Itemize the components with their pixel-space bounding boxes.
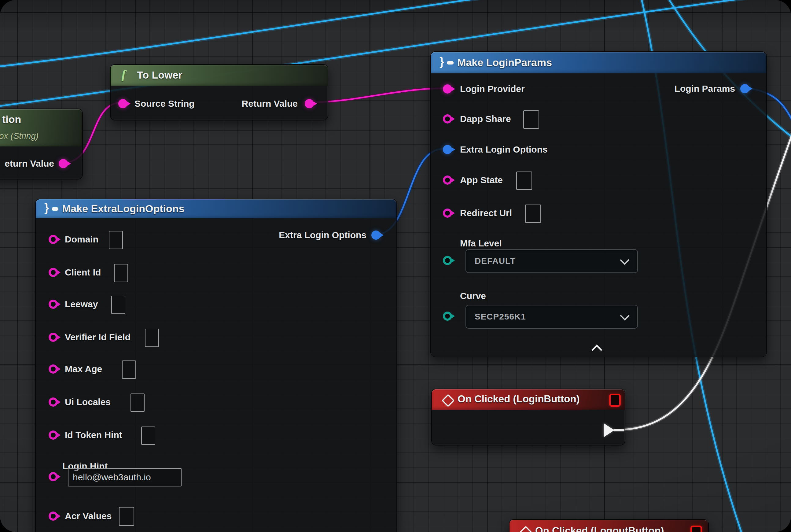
login-params-out-pin[interactable] <box>740 84 749 93</box>
id-token-hint-label: Id Token Hint <box>65 430 122 440</box>
node-title: To Lower <box>137 69 182 81</box>
redirect-url-value-box[interactable] <box>525 205 541 223</box>
chevron-down-icon <box>620 311 629 320</box>
login-provider-pin[interactable] <box>443 84 452 94</box>
node-title: Make ExtraLoginOptions <box>62 203 185 215</box>
acr-values-pin[interactable] <box>49 512 58 521</box>
login-provider-label: Login Provider <box>460 84 525 94</box>
login-hint-pin[interactable] <box>49 472 58 481</box>
app-state-value-box[interactable] <box>516 172 532 190</box>
verifier-id-field-value-box[interactable] <box>145 329 159 347</box>
node-on-clicked-login-button[interactable]: On Clicked (LoginButton) <box>431 388 625 445</box>
extra-login-options-out-label: Extra Login Options <box>279 230 366 240</box>
blueprint-canvas[interactable]: tion ox (String) eturn Value ƒ To Lower … <box>0 0 791 532</box>
id-token-hint-value-box[interactable] <box>141 426 155 445</box>
dapp-share-label: Dapp Share <box>460 114 511 124</box>
redirect-url-label: Redirect Url <box>460 208 512 218</box>
delegate-red-box-icon <box>691 526 702 532</box>
collapse-chevron-up-icon[interactable] <box>592 345 602 355</box>
acr-values-value-box[interactable] <box>119 507 134 526</box>
node-subtitle-fragment: ox (String) <box>0 131 39 141</box>
node-title: Make LoginParams <box>457 57 552 69</box>
curve-label: Curve <box>460 291 486 301</box>
node-make-login-params[interactable]: } Make LoginParams Login Provider Dapp S… <box>430 51 767 357</box>
domain-pin[interactable] <box>49 235 58 244</box>
login-params-out-label: Login Params <box>675 83 735 94</box>
curve-value: SECP256K1 <box>475 312 526 322</box>
client-id-label: Client Id <box>65 267 101 278</box>
max-age-pin[interactable] <box>49 364 58 374</box>
exec-wire-stub <box>613 429 624 432</box>
function-icon: ƒ <box>120 66 127 82</box>
app-state-pin[interactable] <box>443 175 452 185</box>
return-value-pin[interactable] <box>59 159 68 168</box>
extra-login-options-pin[interactable] <box>443 145 452 154</box>
dapp-share-pin[interactable] <box>443 114 452 124</box>
extra-login-options-out-pin[interactable] <box>371 230 381 240</box>
cyan-wire-1 <box>0 0 484 66</box>
make-struct-icon: } <box>440 57 456 69</box>
string-wire-tolower-to-loginprovider <box>309 88 443 102</box>
source-string-pin[interactable] <box>118 99 128 108</box>
id-token-hint-pin[interactable] <box>49 431 58 440</box>
client-id-value-box[interactable] <box>114 264 128 282</box>
curve-pin[interactable] <box>443 311 452 321</box>
return-value-label: eturn Value <box>5 158 54 169</box>
node-to-lower[interactable]: ƒ To Lower Source String Return Value <box>110 64 328 120</box>
source-string-label: Source String <box>134 98 195 109</box>
mfa-level-pin[interactable] <box>443 256 452 265</box>
redirect-url-pin[interactable] <box>443 209 452 218</box>
max-age-value-box[interactable] <box>122 360 136 379</box>
login-hint-input[interactable]: hello@web3auth.io <box>68 468 181 487</box>
leeway-pin[interactable] <box>49 300 58 309</box>
curve-dropdown[interactable]: SECP256K1 <box>465 305 638 329</box>
delegate-red-box-icon <box>609 394 621 407</box>
leeway-value-box[interactable] <box>111 296 125 314</box>
make-struct-icon: } <box>44 203 60 215</box>
mfa-level-dropdown[interactable]: DEFAULT <box>465 249 638 273</box>
dapp-share-value-box[interactable] <box>523 110 539 129</box>
ui-locales-value-box[interactable] <box>131 394 144 412</box>
node-on-clicked-logout-button[interactable]: On Clicked (LogoutButton) <box>509 519 709 532</box>
max-age-label: Max Age <box>65 364 102 374</box>
app-state-label: App State <box>460 175 503 185</box>
extra-login-options-label: Extra Login Options <box>460 144 548 155</box>
domain-value-box[interactable] <box>109 231 123 249</box>
verifier-id-field-pin[interactable] <box>49 332 58 342</box>
node-title: On Clicked (LoginButton) <box>458 393 580 405</box>
node-get-selected-option-partial[interactable]: tion ox (String) eturn Value <box>0 109 83 179</box>
ui-locales-label: Ui Locales <box>65 397 111 407</box>
node-title: On Clicked (LogoutButton) <box>535 525 664 532</box>
chevron-down-icon <box>620 255 629 265</box>
node-title-fragment: tion <box>2 113 21 125</box>
verifier-id-field-label: Verifier Id Field <box>65 332 131 342</box>
mfa-level-label: Mfa Level <box>460 238 502 249</box>
ui-locales-pin[interactable] <box>49 397 58 407</box>
acr-values-label: Acr Values <box>65 511 112 521</box>
exec-output-pin[interactable] <box>604 423 614 437</box>
client-id-pin[interactable] <box>49 268 58 277</box>
node-make-extra-login-options[interactable]: } Make ExtraLoginOptions Domain Client I… <box>35 199 397 532</box>
domain-label: Domain <box>65 234 98 245</box>
return-value-label: Return Value <box>242 98 298 109</box>
return-value-pin[interactable] <box>305 99 314 108</box>
leeway-label: Leeway <box>65 299 98 309</box>
mfa-level-value: DEFAULT <box>475 256 516 266</box>
